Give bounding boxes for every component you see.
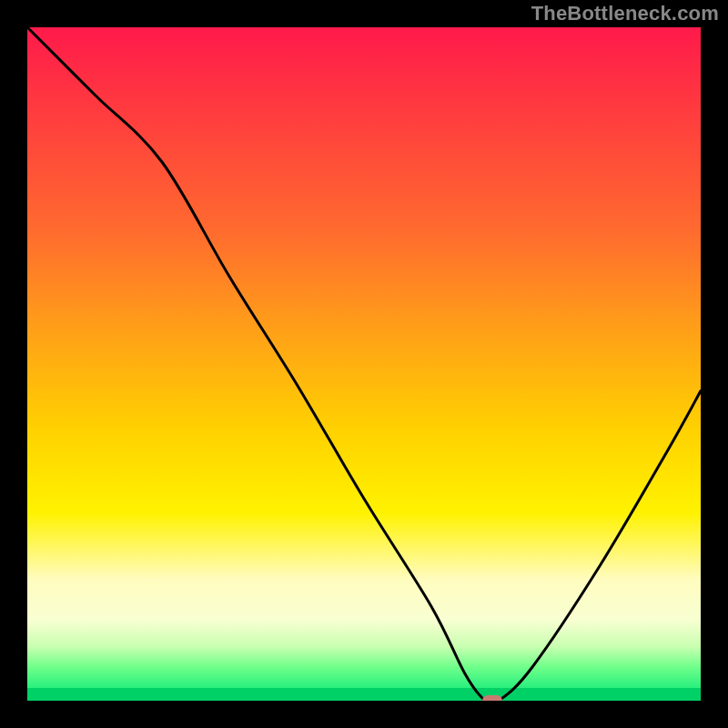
watermark-text: TheBottleneck.com <box>531 2 719 25</box>
chart-frame: TheBottleneck.com <box>0 0 728 728</box>
bottleneck-curve <box>27 27 701 701</box>
plot-area <box>27 27 701 701</box>
optimal-point-marker <box>482 695 502 701</box>
